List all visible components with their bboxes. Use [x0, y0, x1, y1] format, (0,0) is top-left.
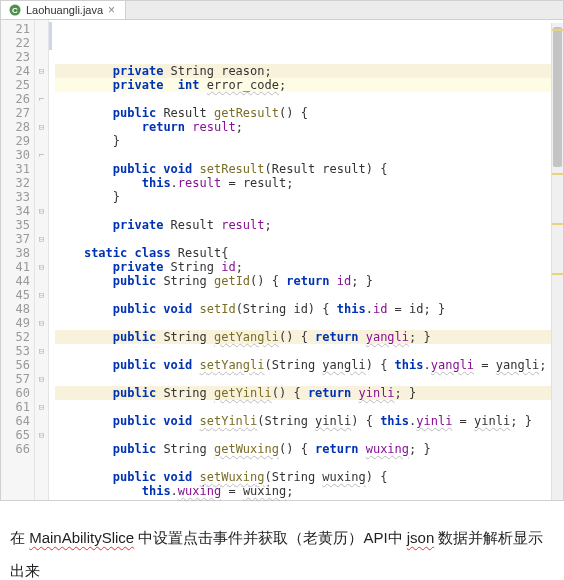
editor-tabbar: C Laohuangli.java ×: [1, 1, 563, 20]
line-number: 48: [1, 302, 30, 316]
fold-toggle-icon: [35, 218, 48, 232]
code-line[interactable]: public String getYinli() { return yinli;…: [55, 386, 563, 400]
line-number: 24: [1, 64, 30, 78]
code-line[interactable]: this.wuxing = wuxing;: [55, 484, 563, 498]
line-number: 61: [1, 400, 30, 414]
line-number: 49: [1, 316, 30, 330]
code-line[interactable]: [55, 428, 563, 442]
line-number-gutter: 2122232425262728293031323334353738414445…: [1, 20, 35, 500]
code-line[interactable]: public String getWuxing() { return wuxin…: [55, 442, 563, 456]
java-class-icon: C: [9, 4, 21, 16]
fold-toggle-icon[interactable]: ⊟: [35, 400, 48, 414]
code-line[interactable]: [55, 400, 563, 414]
fold-toggle-icon: [35, 176, 48, 190]
line-number: 31: [1, 162, 30, 176]
line-number: 66: [1, 442, 30, 456]
code-line[interactable]: public void setId(String id) { this.id =…: [55, 302, 563, 316]
fold-toggle-icon[interactable]: ⊟: [35, 120, 48, 134]
line-number: 32: [1, 176, 30, 190]
fold-toggle-icon[interactable]: ⌐: [35, 92, 48, 106]
code-line[interactable]: public String getId() { return id; }: [55, 274, 563, 288]
code-area[interactable]: 2122232425262728293031323334353738414445…: [1, 20, 563, 500]
fold-toggle-icon[interactable]: ⌐: [35, 148, 48, 162]
line-number: 64: [1, 414, 30, 428]
fold-toggle-icon[interactable]: ⊟: [35, 260, 48, 274]
fold-toggle-icon: [35, 442, 48, 456]
code-line[interactable]: public Result getResult() {: [55, 106, 563, 120]
code-line[interactable]: public void setYinli(String yinli) { thi…: [55, 414, 563, 428]
code-line[interactable]: public void setWuxing(String wuxing) {: [55, 470, 563, 484]
fold-toggle-icon[interactable]: ⊟: [35, 316, 48, 330]
code-line[interactable]: public String getYangli() { return yangl…: [55, 330, 563, 344]
code-line[interactable]: }: [55, 190, 563, 204]
fold-toggle-icon: [35, 78, 48, 92]
code-line[interactable]: [55, 204, 563, 218]
code-line[interactable]: [55, 288, 563, 302]
fold-toggle-icon: [35, 162, 48, 176]
fold-toggle-icon: [35, 386, 48, 400]
line-number: 29: [1, 134, 30, 148]
fold-toggle-icon: [35, 246, 48, 260]
line-number: 22: [1, 36, 30, 50]
code-line[interactable]: private Result result;: [55, 218, 563, 232]
code-line[interactable]: this.result = result;: [55, 176, 563, 190]
line-number: 41: [1, 260, 30, 274]
warning-marker: [552, 223, 563, 225]
code-line[interactable]: [55, 232, 563, 246]
code-line[interactable]: [55, 344, 563, 358]
fold-toggle-icon[interactable]: ⊟: [35, 372, 48, 386]
line-number: 34: [1, 204, 30, 218]
code-line[interactable]: [55, 316, 563, 330]
fold-toggle-icon[interactable]: ⊟: [35, 344, 48, 358]
line-number: 60: [1, 386, 30, 400]
code-line[interactable]: private int error_code;: [55, 78, 563, 92]
svg-text:C: C: [12, 6, 18, 15]
scrollbar-thumb[interactable]: [553, 27, 562, 167]
line-number: 45: [1, 288, 30, 302]
code-line[interactable]: public void setYangli(String yangli) { t…: [55, 358, 563, 372]
code-line[interactable]: [55, 148, 563, 162]
warning-marker: [552, 173, 563, 175]
line-number: 56: [1, 358, 30, 372]
fold-toggle-icon: [35, 330, 48, 344]
file-tab[interactable]: C Laohuangli.java ×: [1, 1, 126, 19]
code-line[interactable]: public void setResult(Result result) {: [55, 162, 563, 176]
fold-toggle-icon: [35, 22, 48, 36]
fold-toggle-icon[interactable]: ⊟: [35, 428, 48, 442]
warning-marker: [552, 29, 563, 31]
code-line[interactable]: return result;: [55, 120, 563, 134]
line-number: 21: [1, 22, 30, 36]
line-number: 65: [1, 428, 30, 442]
fold-toggle-icon: [35, 134, 48, 148]
code-line[interactable]: }: [55, 134, 563, 148]
line-number: 27: [1, 106, 30, 120]
line-number: 33: [1, 190, 30, 204]
code-text[interactable]: private String reason; private int error…: [49, 20, 563, 500]
line-number: 28: [1, 120, 30, 134]
code-editor: C Laohuangli.java × 21222324252627282930…: [0, 0, 564, 501]
line-number: 57: [1, 372, 30, 386]
fold-toggle-icon[interactable]: ⊟: [35, 64, 48, 78]
line-number: 23: [1, 50, 30, 64]
code-line[interactable]: private String id;: [55, 260, 563, 274]
code-line[interactable]: [55, 92, 563, 106]
close-icon[interactable]: ×: [108, 4, 115, 16]
line-number: 53: [1, 344, 30, 358]
fold-toggle-icon[interactable]: ⊟: [35, 232, 48, 246]
line-number: 37: [1, 232, 30, 246]
code-line[interactable]: [55, 456, 563, 470]
line-number: 26: [1, 92, 30, 106]
warning-marker: [552, 273, 563, 275]
caption-text: 在 MainAbilitySlice 中设置点击事件并获取（老黄历）API中 j…: [0, 501, 564, 580]
code-line[interactable]: static class Result{: [55, 246, 563, 260]
fold-toggle-icon[interactable]: ⊟: [35, 204, 48, 218]
fold-toggle-icon: [35, 106, 48, 120]
code-line[interactable]: private String reason;: [55, 64, 563, 78]
vertical-scrollbar[interactable]: [551, 23, 563, 500]
tab-filename: Laohuangli.java: [26, 4, 103, 16]
fold-gutter[interactable]: ⊟⌐⊟⌐⊟⊟⊟⊟⊟⊟⊟⊟⊟: [35, 20, 49, 500]
code-line[interactable]: [55, 372, 563, 386]
fold-toggle-icon[interactable]: ⊟: [35, 288, 48, 302]
fold-toggle-icon: [35, 274, 48, 288]
fold-toggle-icon: [35, 414, 48, 428]
